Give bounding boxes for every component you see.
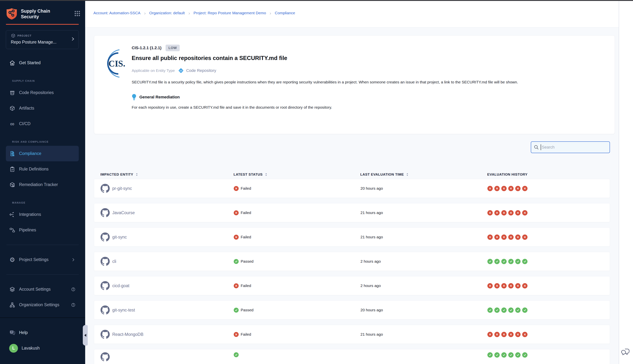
breadcrumb-item-account[interactable]: Account: Automation-SSCA: [93, 11, 140, 15]
module-grid-icon[interactable]: [75, 11, 80, 16]
doc-search-icon: [9, 150, 15, 157]
entity-name[interactable]: JavaCourse: [112, 210, 135, 215]
sidebar-item-help[interactable]: ? Help: [6, 325, 79, 340]
history-passed-icon: [515, 308, 521, 313]
github-icon: [101, 208, 110, 217]
sidebar-item-code-repositories[interactable]: Code Repositories: [6, 85, 79, 100]
history-failed-icon: [508, 283, 514, 288]
sidebar-item-label: Project Settings: [19, 257, 49, 262]
sidebar-item-rule-definitions[interactable]: Rule Definitions: [6, 161, 79, 177]
sidebar-item-pipelines[interactable]: Pipelines: [6, 222, 79, 238]
latest-status-cell: Failed: [227, 332, 354, 337]
breadcrumb-separator-icon: [269, 12, 272, 14]
chat-widget-icon[interactable]: [620, 347, 631, 357]
sidebar-item-ci-cd[interactable]: ∞CI/CD: [6, 116, 79, 132]
user-menu[interactable]: L Lavakush: [6, 340, 79, 356]
collapse-arrow-icon: [84, 334, 86, 337]
last-evaluation-time-cell: 21 hours ago: [354, 235, 481, 239]
remediation-text: For each repository in use, create a SEC…: [132, 105, 603, 110]
status-passed-icon: [234, 352, 239, 357]
sidebar-item-account-settings[interactable]: Account Settings: [6, 282, 79, 297]
table-row-react-mongodb[interactable]: React-MongoDBFailed21 hours ago: [94, 325, 610, 344]
github-icon: [101, 257, 110, 266]
evaluation-history-cell: [481, 186, 615, 191]
cis-logo: CIS.: [104, 48, 126, 78]
project-selector[interactable]: PROJECT Repo Posture Manage...: [6, 30, 79, 49]
sidebar-item-compliance[interactable]: Compliance: [6, 146, 79, 161]
nav-section-manage: MANAGE: [0, 192, 85, 207]
history-passed-icon: [487, 308, 493, 313]
sidebar-item-integrations[interactable]: Integrations: [6, 207, 79, 222]
entity-name[interactable]: cicd-goat: [112, 283, 129, 288]
history-passed-icon: [508, 259, 514, 264]
last-evaluation-time-cell: 2 hours ago: [354, 259, 481, 264]
table-row-cli[interactable]: cliPassed2 hours ago: [94, 252, 610, 271]
code-repo-icon: [9, 90, 15, 96]
column-header-latest-status: LATEST STATUS: [227, 172, 354, 176]
history-passed-icon: [494, 259, 500, 264]
table-row-cicd-goat[interactable]: cicd-goatFailed2 hours ago: [94, 276, 610, 295]
breadcrumb-item-compliance[interactable]: Compliance: [275, 11, 295, 15]
sort-icon[interactable]: [265, 173, 267, 176]
rule-detail-card: CIS. CIS-1.2.1 (1.2.1) LOW Ensure all pu…: [94, 35, 615, 134]
history-failed-icon: [508, 332, 514, 337]
entity-name[interactable]: React-MongoDB: [112, 332, 143, 337]
impacted-entity-cell: cli: [94, 257, 227, 266]
latest-status-cell: Failed: [227, 210, 354, 215]
table-row-pr-git-sync[interactable]: pr-git-syncFailed20 hours ago: [94, 179, 610, 198]
status-passed-icon: [234, 259, 239, 264]
table-row-javacourse[interactable]: JavaCourseFailed21 hours ago: [94, 203, 610, 222]
sort-icon[interactable]: [406, 173, 409, 176]
status-failed-icon: [234, 235, 239, 240]
history-passed-icon: [508, 352, 514, 358]
status-label: Passed: [241, 259, 254, 264]
last-evaluation-time: 21 hours ago: [360, 210, 383, 215]
status-failed-icon: [234, 186, 239, 191]
sidebar: Supply Chain Security PROJECT Repo Postu…: [0, 1, 85, 364]
lightbulb-icon: [132, 94, 136, 100]
box-wrench-icon: [9, 182, 15, 188]
search-input[interactable]: [542, 145, 602, 150]
project-cube-icon: [11, 33, 16, 38]
column-header-label: LAST EVALUATION TIME: [360, 172, 404, 176]
brand-divider: [6, 24, 79, 25]
search-box[interactable]: [531, 142, 610, 153]
breadcrumb-item-organization[interactable]: Organization: default: [149, 11, 185, 15]
impacted-entity-cell: React-MongoDB: [94, 330, 227, 339]
table-row-git-sync[interactable]: git-syncFailed21 hours ago: [94, 228, 610, 246]
rule-title: Ensure all public repositories contain a…: [132, 55, 603, 62]
breadcrumb-item-project[interactable]: Project: Repo Posture Management Demo: [193, 11, 266, 15]
table-row-git-sync-test[interactable]: git-sync-testPassed20 hours ago: [94, 300, 610, 320]
history-failed-icon: [487, 332, 493, 337]
column-header-impacted-entity: IMPACTED ENTITY: [94, 172, 227, 176]
latest-status-cell: [227, 349, 354, 357]
entity-name[interactable]: cli: [112, 259, 116, 264]
sidebar-collapse-handle[interactable]: [83, 325, 88, 346]
breadcrumb-separator-icon: [188, 12, 191, 14]
pipelines-icon: [9, 227, 15, 233]
sidebar-item-get-started[interactable]: Get Started: [6, 55, 79, 70]
sort-icon[interactable]: [136, 173, 138, 176]
impacted-entity-cell: JavaCourse: [94, 208, 227, 217]
page-header: Account: Automation-SSCAOrganization: de…: [85, 1, 619, 28]
impacted-entity-cell: pr-git-sync: [94, 184, 227, 193]
text-cursor: [541, 144, 541, 150]
sidebar-item-artifacts[interactable]: Artifacts: [6, 100, 79, 116]
evaluation-history-cell: [481, 308, 615, 313]
sidebar-item-remediation-tracker[interactable]: Remediation Tracker: [6, 177, 79, 192]
sidebar-nav: Get StartedSUPPLY CHAINCode Repositories…: [0, 55, 85, 312]
sidebar-item-project-settings[interactable]: ⚙Project Settings: [6, 252, 79, 268]
status-label: Failed: [241, 210, 251, 215]
table-row[interactable]: [94, 349, 610, 364]
entity-name[interactable]: pr-git-sync: [112, 186, 132, 191]
entity-name[interactable]: git-sync: [112, 235, 127, 240]
applicable-label: Applicable on Entity Type: [132, 68, 175, 73]
gear-icon: ⚙: [9, 257, 15, 263]
infinity-icon: ∞: [9, 121, 15, 127]
github-icon: [101, 352, 110, 362]
home-icon: [9, 60, 15, 66]
sidebar-item-organization-settings[interactable]: Organization Settings: [6, 297, 79, 312]
entity-name[interactable]: git-sync-test: [112, 308, 135, 312]
clipboard-check-icon: [9, 166, 15, 172]
chevron-right-icon: [71, 258, 75, 262]
